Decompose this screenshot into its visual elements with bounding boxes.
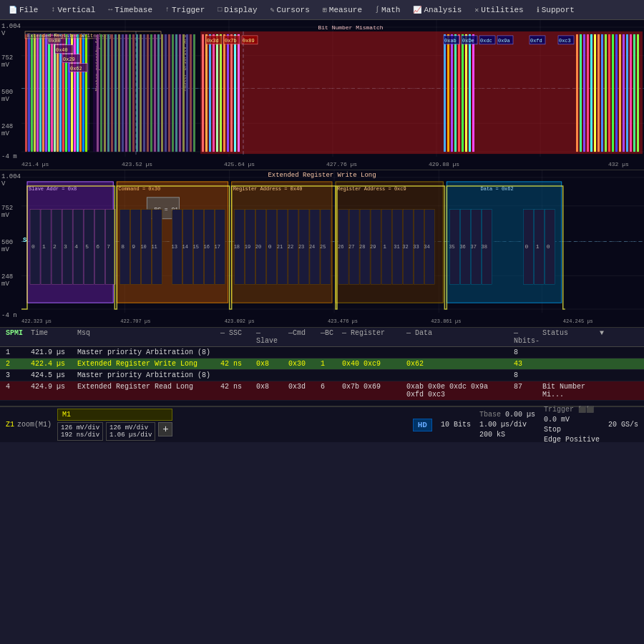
svg-rect-93 — [601, 34, 603, 152]
svg-text:0: 0 — [268, 244, 272, 250]
right-status-area: HD 10 Bits Tbase 0.00 µs 1.00 µs/div 200… — [413, 405, 638, 445]
svg-text:37: 37 — [470, 245, 476, 250]
menu-analysis[interactable]: 📈 Analysis — [407, 4, 467, 16]
col-ssc: — SSC — [218, 329, 253, 345]
y-label-top: 1.004 V — [1, 23, 21, 37]
svg-rect-29 — [74, 34, 76, 152]
svg-rect-15 — [34, 34, 36, 152]
math-icon: ∫ — [375, 6, 379, 14]
svg-rect-88 — [583, 34, 585, 152]
cell-ssc: 42 ns — [218, 383, 253, 399]
menubar: 📄 File ↕ Vertical ↔ Timebase ↑ Trigger □… — [0, 0, 644, 20]
svg-text:3: 3 — [64, 244, 67, 250]
svg-rect-132 — [193, 34, 195, 152]
menu-vertical[interactable]: ↕ Vertical — [45, 4, 101, 16]
svg-text:20: 20 — [255, 245, 261, 250]
svg-text:16: 16 — [204, 245, 210, 250]
svg-text:0x7b: 0x7b — [225, 38, 237, 44]
svg-text:423.476 µs: 423.476 µs — [328, 318, 358, 324]
bottom-y-label-bot: -4 n — [1, 312, 17, 319]
cell-register: 0x7b 0x69 — [339, 383, 404, 399]
svg-text:423.092 µs: 423.092 µs — [225, 318, 255, 324]
col-register: — Register — [339, 329, 404, 345]
cell-num: 1 — [3, 348, 28, 356]
svg-text:423.52 µs: 423.52 µs — [122, 161, 152, 167]
table-header: SPMI Time Msq — SSC — Slave —Cmd —BC — R… — [0, 328, 644, 347]
cell-nbits: 87 — [511, 383, 540, 399]
svg-text:29: 29 — [370, 245, 376, 250]
svg-text:0xDe: 0xDe — [462, 38, 474, 44]
col-status: Status — [540, 329, 597, 345]
svg-text:1: 1 — [536, 244, 540, 250]
svg-text:432 µs: 432 µs — [608, 161, 629, 167]
svg-rect-94 — [605, 34, 607, 152]
svg-rect-114 — [129, 34, 131, 152]
svg-rect-89 — [587, 34, 589, 152]
top-waveform-svg: 0x80 0x40 0x29 0x62 Extended Register Wr… — [21, 20, 644, 170]
bottom-waveform-svg: Slave Addr = 0x8 0 1 2 3 4 5 6 7 S Comma… — [21, 170, 644, 327]
cell-status: Bit Number Mi... — [540, 383, 597, 399]
cell-time: 424.9 µs — [28, 383, 74, 399]
menu-file[interactable]: 📄 File — [3, 4, 44, 16]
svg-text:31: 31 — [394, 245, 399, 250]
svg-rect-91 — [594, 34, 596, 152]
cell-num: 2 — [3, 360, 28, 368]
menu-support[interactable]: ℹ Support — [531, 4, 580, 16]
display-icon: □ — [218, 6, 222, 14]
svg-text:26: 26 — [338, 245, 343, 250]
svg-text:7: 7 — [107, 244, 110, 250]
svg-text:422.323 µs: 422.323 µs — [21, 318, 52, 324]
data-table: SPMI Time Msq — SSC — Slave —Cmd —BC — R… — [0, 328, 644, 406]
bits-label: 10 Bits — [441, 421, 471, 429]
col-sort[interactable]: ▼ — [597, 329, 604, 345]
col-nbits: — Nbits- — [511, 329, 540, 345]
svg-text:2: 2 — [53, 244, 57, 250]
menu-math[interactable]: ∫ Math — [369, 4, 406, 16]
menu-trigger[interactable]: ↑ Trigger — [160, 4, 210, 16]
y-label-4: 248 mV — [1, 123, 21, 137]
svg-text:13: 13 — [171, 245, 177, 250]
svg-rect-47 — [202, 34, 204, 152]
svg-rect-17 — [39, 34, 42, 152]
cell-time: 422.4 µs — [28, 360, 74, 368]
add-channel-button[interactable]: + — [158, 422, 172, 436]
zoom-id-label: Z1 — [6, 421, 14, 429]
menu-cursors[interactable]: ✎ Cursors — [265, 4, 316, 16]
menu-measure[interactable]: ⊞ Measure — [317, 4, 368, 16]
col-spmi: SPMI — [3, 329, 28, 345]
svg-text:427.76 µs: 427.76 µs — [326, 161, 357, 167]
svg-rect-123 — [161, 34, 163, 152]
cell-msq: Master priority Arbitration (8) — [74, 371, 218, 379]
svg-rect-125 — [168, 34, 170, 152]
svg-rect-99 — [623, 34, 625, 152]
svg-text:14: 14 — [182, 245, 188, 250]
svg-rect-96 — [612, 34, 614, 152]
measure-icon: ⊞ — [323, 6, 327, 14]
col-msq: Msq — [74, 329, 218, 345]
svg-rect-52 — [220, 34, 222, 152]
svg-rect-56 — [234, 34, 236, 152]
col-time: Time — [28, 329, 74, 345]
menu-utilities[interactable]: ✕ Utilities — [469, 4, 529, 16]
channel-selector[interactable]: M1 — [57, 409, 172, 421]
svg-rect-98 — [619, 34, 621, 152]
svg-text:0: 0 — [547, 244, 550, 250]
svg-text:0x40: 0x40 — [56, 47, 68, 53]
cell-time: 424.5 µs — [28, 371, 74, 379]
svg-text:5: 5 — [85, 244, 89, 250]
svg-rect-102 — [633, 34, 635, 152]
svg-text:36: 36 — [459, 245, 465, 250]
svg-text:425.64 µs: 425.64 µs — [224, 161, 255, 167]
cell-bc: 6 — [318, 383, 339, 399]
menu-timebase[interactable]: ↔ Timebase — [102, 4, 158, 16]
svg-text:21: 21 — [277, 245, 283, 250]
svg-text:1: 1 — [42, 244, 46, 250]
svg-rect-72 — [469, 34, 471, 152]
svg-text:33: 33 — [413, 245, 419, 250]
svg-rect-31 — [79, 34, 82, 152]
svg-text:429.88 µs: 429.88 µs — [429, 161, 459, 167]
cell-msq: Master priority Arbitration (8) — [74, 348, 218, 356]
svg-rect-101 — [630, 34, 632, 152]
svg-text:32: 32 — [402, 245, 408, 250]
menu-display[interactable]: □ Display — [212, 4, 263, 16]
